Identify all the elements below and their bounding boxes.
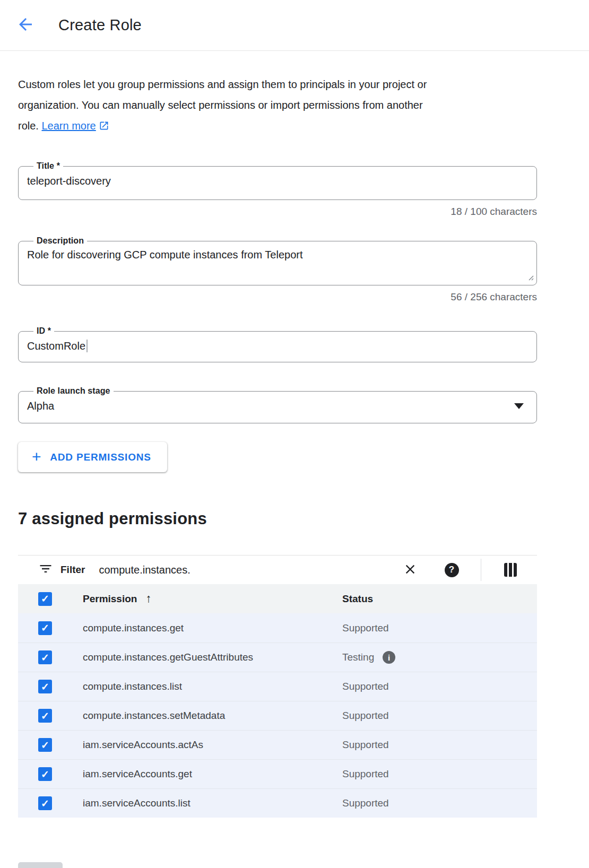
row-checkbox[interactable]: ✓	[38, 767, 52, 781]
table-row[interactable]: ✓ compute.instances.setMetadata Supporte…	[18, 701, 537, 730]
page-header: Create Role	[0, 0, 589, 51]
id-field-value[interactable]: CustomRole	[27, 340, 528, 352]
table-row[interactable]: ✓ compute.instances.list Supported	[18, 672, 537, 701]
title-field[interactable]: Title * teleport-discovery	[18, 161, 537, 200]
permissions-table: Filter compute.instances. ? ✓ Permission	[18, 555, 537, 818]
filter-input[interactable]: compute.instances.	[99, 564, 190, 576]
table-row[interactable]: ✓ iam.serviceAccounts.get Supported	[18, 759, 537, 788]
help-icon: ?	[445, 563, 459, 577]
chevron-down-icon	[514, 403, 524, 409]
table-header-row: ✓ Permission ↑ Status	[18, 584, 537, 613]
table-body: ✓ compute.instances.get Supported ✓ comp…	[18, 613, 537, 818]
row-checkbox[interactable]: ✓	[38, 738, 52, 752]
checkmark-icon: ✓	[41, 769, 49, 779]
intro-line-1: Custom roles let you group permissions a…	[18, 79, 427, 90]
title-character-counter: 18 / 100 characters	[18, 206, 537, 218]
clear-filter-button[interactable]	[400, 559, 421, 580]
text-cursor	[86, 340, 88, 352]
permission-column-header[interactable]: Permission ↑	[83, 592, 342, 606]
plus-icon: +	[32, 449, 41, 465]
partially-visible-element	[18, 862, 63, 868]
row-checkbox[interactable]: ✓	[38, 650, 52, 664]
table-row[interactable]: ✓ compute.instances.getGuestAttributes T…	[18, 643, 537, 672]
status-text: Supported	[342, 768, 389, 780]
status-text: Supported	[342, 739, 389, 751]
assigned-permissions-heading: 7 assigned permissions	[18, 509, 537, 528]
status-column-header[interactable]: Status	[342, 593, 537, 605]
role-launch-stage-label: Role launch stage	[33, 386, 114, 396]
description-field-value[interactable]: Role for discovering GCP compute instanc…	[27, 249, 528, 261]
permission-name: compute.instances.list	[83, 681, 342, 692]
role-launch-stage-select[interactable]: Role launch stage Alpha	[18, 386, 537, 423]
title-field-value[interactable]: teleport-discovery	[27, 175, 528, 187]
table-row[interactable]: ✓ iam.serviceAccounts.list Supported	[18, 788, 537, 818]
intro-line-2: organization. You can manually select pe…	[18, 99, 423, 111]
role-launch-stage-value[interactable]: Alpha	[27, 400, 528, 412]
permission-name: compute.instances.setMetadata	[83, 710, 342, 722]
filter-list-icon	[38, 561, 53, 578]
arrow-back-icon	[16, 15, 35, 36]
page-title: Create Role	[58, 16, 142, 34]
close-icon	[403, 562, 418, 578]
filter-help-button[interactable]: ?	[441, 559, 462, 580]
select-all-checkbox[interactable]: ✓	[38, 592, 52, 606]
add-permissions-button[interactable]: + ADD PERMISSIONS	[18, 442, 167, 472]
status-text: Supported	[342, 797, 389, 809]
permission-name: compute.instances.getGuestAttributes	[83, 652, 342, 663]
filter-label: Filter	[60, 564, 85, 576]
checkmark-icon: ✓	[41, 623, 49, 633]
status-text: Supported	[342, 622, 389, 634]
permission-name: iam.serviceAccounts.get	[83, 768, 342, 780]
checkmark-icon: ✓	[41, 594, 49, 604]
column-display-options-button[interactable]	[500, 559, 521, 580]
row-checkbox[interactable]: ✓	[38, 796, 52, 810]
id-field[interactable]: ID * CustomRole	[18, 326, 537, 362]
checkmark-icon: ✓	[41, 653, 49, 663]
status-text: Testing	[342, 652, 374, 663]
table-row[interactable]: ✓ iam.serviceAccounts.actAs Supported	[18, 730, 537, 759]
row-checkbox[interactable]: ✓	[38, 621, 52, 635]
row-checkbox[interactable]: ✓	[38, 709, 52, 723]
checkmark-icon: ✓	[41, 798, 49, 809]
external-link-icon	[99, 117, 109, 138]
permission-name: compute.instances.get	[83, 622, 342, 634]
description-character-counter: 56 / 256 characters	[18, 291, 537, 303]
checkmark-icon: ✓	[41, 682, 49, 692]
checkmark-icon: ✓	[41, 740, 49, 750]
title-field-label: Title *	[33, 161, 63, 171]
row-checkbox[interactable]: ✓	[38, 680, 52, 693]
columns-icon	[504, 563, 517, 577]
table-row[interactable]: ✓ compute.instances.get Supported	[18, 613, 537, 643]
vertical-divider	[481, 559, 481, 581]
learn-more-link[interactable]: Learn more	[41, 120, 109, 132]
info-icon[interactable]: i	[383, 651, 395, 664]
status-text: Supported	[342, 681, 389, 692]
sort-ascending-icon: ↑	[145, 592, 151, 605]
id-field-label: ID *	[33, 326, 54, 336]
intro-text: Custom roles let you group permissions a…	[18, 74, 537, 138]
back-button[interactable]	[14, 14, 37, 37]
intro-line-3: role.	[18, 120, 39, 132]
resize-handle-icon[interactable]	[526, 273, 534, 283]
table-filter-bar: Filter compute.instances. ?	[18, 555, 537, 584]
checkmark-icon: ✓	[41, 711, 49, 721]
permission-name: iam.serviceAccounts.actAs	[83, 739, 342, 751]
permission-name: iam.serviceAccounts.list	[83, 797, 342, 809]
description-field-label: Description	[33, 236, 87, 246]
status-text: Supported	[342, 710, 389, 722]
description-field[interactable]: Description Role for discovering GCP com…	[18, 236, 537, 285]
